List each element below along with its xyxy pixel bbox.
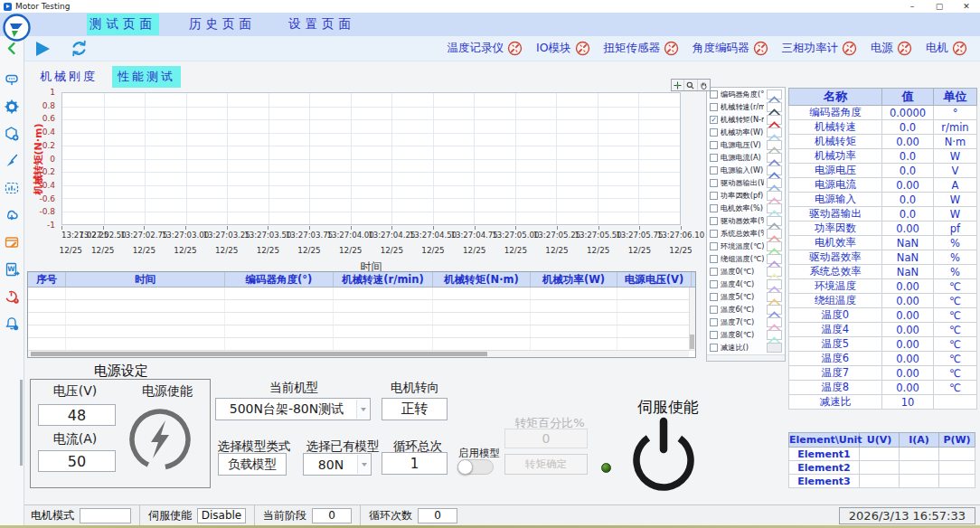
- signal-checkbox[interactable]: [710, 141, 718, 149]
- signal-item-12[interactable]: 系统总效率(%): [707, 227, 785, 240]
- device-status-2[interactable]: IO模块: [536, 41, 590, 56]
- signal-item-4[interactable]: 机械功率(W): [707, 126, 785, 138]
- signal-checkbox[interactable]: [710, 331, 718, 339]
- signal-item-2[interactable]: 机械转速(r/min): [707, 100, 785, 113]
- start-test-button[interactable]: [32, 38, 53, 60]
- samples-column-header[interactable]: 时间: [66, 272, 225, 287]
- samples-column-header[interactable]: 机械转速(r/min): [334, 272, 433, 287]
- signal-item-5[interactable]: 电源电压(V): [707, 138, 785, 151]
- signal-checkbox[interactable]: [710, 154, 718, 162]
- signal-item-20[interactable]: 温度8(℃): [707, 328, 785, 341]
- cycle-chart-icon[interactable]: [4, 180, 20, 196]
- zoom-tool-icon[interactable]: [684, 80, 697, 90]
- signal-checkbox[interactable]: [710, 255, 718, 263]
- close-button[interactable]: ✕: [953, 0, 980, 13]
- connector-icon[interactable]: [4, 71, 20, 88]
- signal-item-16[interactable]: 温度4(℃): [707, 278, 785, 290]
- existing-model-select[interactable]: 80N: [303, 453, 372, 476]
- refresh-button[interactable]: [68, 38, 90, 60]
- model-type-value[interactable]: 负载模型: [218, 453, 287, 476]
- samples-horizontal-scrollbar[interactable]: [28, 350, 689, 357]
- cycle-total-input[interactable]: 1: [382, 452, 448, 475]
- minimize-button[interactable]: –: [899, 0, 926, 13]
- samples-column-header[interactable]: 电源电流(A): [692, 272, 696, 287]
- current-model-select[interactable]: 500N台架-80N测试: [215, 398, 371, 420]
- link-broken-icon[interactable]: [575, 41, 590, 56]
- menu-item-3[interactable]: 设置页面: [286, 14, 358, 35]
- power-alarm-icon[interactable]: [4, 288, 20, 305]
- cursor-tool-icon[interactable]: [672, 80, 684, 90]
- signal-item-17[interactable]: 温度5(℃): [707, 290, 785, 303]
- enable-model-toggle[interactable]: [457, 459, 494, 475]
- link-broken-icon[interactable]: [507, 41, 523, 56]
- signal-checkbox[interactable]: [710, 217, 718, 225]
- tab-1[interactable]: 机械刚度: [34, 66, 103, 88]
- device-status-1[interactable]: 温度记录仪: [447, 41, 523, 56]
- signal-checkbox[interactable]: [710, 179, 718, 187]
- pan-tool-icon[interactable]: [698, 80, 710, 90]
- signal-item-9[interactable]: 功率因数(pf): [707, 189, 785, 202]
- link-broken-icon[interactable]: [842, 41, 857, 56]
- current-input[interactable]: 50: [38, 450, 116, 472]
- signal-item-10[interactable]: 电机效率(%): [707, 202, 785, 214]
- signal-checkbox[interactable]: [710, 192, 718, 200]
- alarm-config-icon[interactable]: [4, 316, 20, 332]
- settings-gear-icon[interactable]: [4, 99, 20, 115]
- device-status-3[interactable]: 扭矩传感器: [604, 41, 680, 56]
- signal-item-18[interactable]: 温度6(℃): [707, 303, 785, 316]
- samples-column-header[interactable]: 机械功率(W): [531, 272, 617, 287]
- device-status-6[interactable]: 电源: [871, 41, 912, 56]
- sidebar-scrollbar[interactable]: [20, 380, 23, 466]
- voltage-input[interactable]: 48: [38, 404, 116, 426]
- torque-percent-input[interactable]: 0: [504, 429, 588, 448]
- link-broken-icon[interactable]: [753, 41, 768, 56]
- torque-confirm-button[interactable]: 转矩确定: [504, 454, 588, 475]
- signal-item-19[interactable]: 温度7(℃): [707, 316, 785, 328]
- word-export-icon[interactable]: W: [4, 261, 20, 278]
- tab-2[interactable]: 性能测试: [112, 66, 181, 88]
- signal-item-21[interactable]: 减速比(): [707, 341, 785, 354]
- signal-checkbox[interactable]: ✓: [710, 116, 718, 124]
- maximize-button[interactable]: ▢: [926, 0, 953, 13]
- menu-item-2[interactable]: 历史页面: [186, 14, 259, 35]
- signal-checkbox[interactable]: [710, 344, 718, 352]
- device-status-4[interactable]: 角度编码器: [693, 41, 768, 56]
- signal-checkbox[interactable]: [710, 166, 718, 174]
- chevron-down-icon[interactable]: [357, 455, 370, 474]
- samples-column-header[interactable]: 机械转矩(N·m): [433, 272, 531, 287]
- signal-checkbox[interactable]: [710, 90, 718, 99]
- power-enable-button[interactable]: [123, 405, 197, 477]
- menu-item-1[interactable]: 测试页面: [87, 14, 159, 35]
- signal-checkbox[interactable]: [710, 242, 718, 250]
- signal-checkbox[interactable]: [710, 128, 718, 137]
- signal-checkbox[interactable]: [710, 293, 718, 301]
- signal-item-7[interactable]: 电源输入(W): [707, 164, 785, 176]
- signal-checkbox[interactable]: [710, 204, 718, 212]
- samples-column-header[interactable]: 序号: [28, 272, 66, 287]
- signal-item-8[interactable]: 驱动器输出(W): [707, 176, 785, 189]
- link-broken-icon[interactable]: [897, 41, 912, 56]
- signal-checkbox[interactable]: [710, 318, 718, 326]
- signal-checkbox[interactable]: [710, 306, 718, 314]
- device-status-5[interactable]: 三相功率计: [782, 41, 858, 56]
- signal-item-13[interactable]: 环境温度(℃): [707, 240, 785, 252]
- signal-checkbox[interactable]: [710, 268, 718, 276]
- samples-column-header[interactable]: 编码器角度(°): [225, 272, 334, 287]
- signal-checkbox[interactable]: [710, 230, 718, 238]
- cloud-download-icon[interactable]: [4, 207, 20, 223]
- motor-direction-value[interactable]: 正转: [382, 398, 448, 420]
- signal-item-3[interactable]: ✓机械转矩(N-m): [707, 113, 785, 126]
- signal-item-11[interactable]: 驱动器效率(%): [707, 214, 785, 227]
- chart-plot-area[interactable]: [61, 92, 681, 225]
- module-add-icon[interactable]: [4, 126, 20, 142]
- chevron-down-icon[interactable]: [356, 400, 369, 419]
- samples-column-header[interactable]: 电源电压(V): [617, 272, 692, 287]
- signal-item-14[interactable]: 绕组温度(℃): [707, 252, 785, 265]
- signal-list-scrollbar[interactable]: [707, 354, 785, 361]
- signal-checkbox[interactable]: [710, 280, 718, 288]
- link-broken-icon[interactable]: [952, 41, 967, 56]
- clean-broom-icon[interactable]: [4, 153, 20, 169]
- link-broken-icon[interactable]: [664, 41, 679, 56]
- device-status-7[interactable]: 电机: [926, 41, 967, 56]
- record-edit-icon[interactable]: [4, 234, 20, 250]
